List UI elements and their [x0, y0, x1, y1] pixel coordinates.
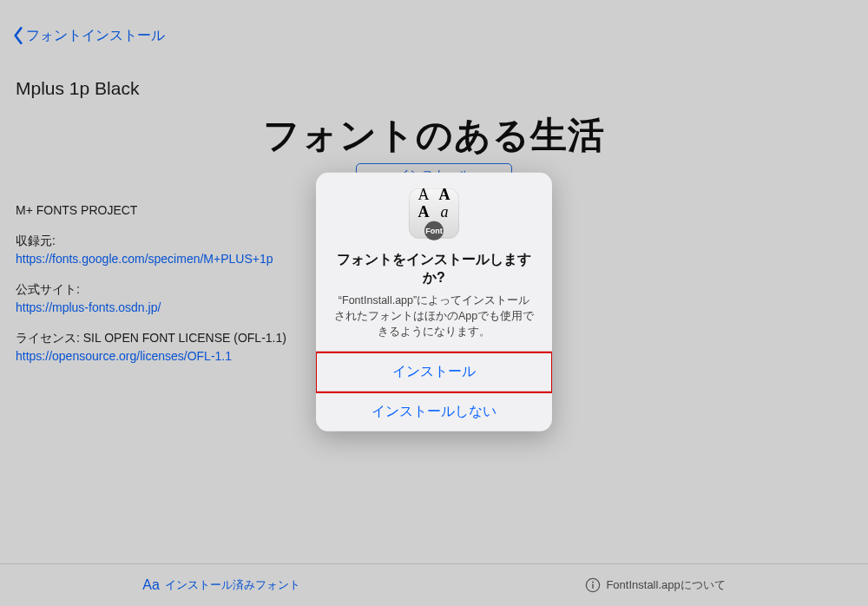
back-button[interactable]: フォントインストール [12, 26, 165, 45]
install-confirm-dialog: A A A a Font フォントをインストールしますか? “FontInsta… [316, 173, 552, 431]
official-link[interactable]: https://mplus-fonts.osdn.jp/ [16, 299, 286, 317]
font-badge-icon: Font [424, 221, 444, 240]
installed-fonts-label: インストール済みフォント [165, 577, 300, 593]
source-label: 収録元: [16, 232, 286, 250]
source-link[interactable]: https://fonts.google.com/specimen/M+PLUS… [16, 250, 286, 268]
about-label: FontInstall.appについて [606, 577, 725, 593]
svg-rect-2 [593, 584, 594, 589]
footer-bar: Aa インストール済みフォント FontInstall.appについて [0, 564, 868, 606]
about-tab[interactable]: FontInstall.appについて [585, 577, 725, 593]
app-icon: A A A a Font [409, 188, 459, 239]
official-label: 公式サイト: [16, 280, 286, 299]
license-label: ライセンス: SIL OPEN FONT LICENSE (OFL-1.1) [16, 329, 286, 347]
dialog-body: “FontInstall.app”によってインストールされたフォントはほかのAp… [316, 293, 552, 339]
project-name: M+ FONTS PROJECT [16, 201, 286, 220]
dialog-cancel-button[interactable]: インストールしない [316, 392, 552, 431]
font-sample-text: フォントのある生活 [0, 111, 868, 160]
back-label: フォントインストール [26, 27, 165, 45]
dialog-install-button[interactable]: インストール [316, 352, 552, 392]
info-icon [585, 577, 601, 593]
dialog-buttons: インストール インストールしない [316, 352, 552, 431]
svg-point-1 [592, 581, 594, 583]
font-name-title: Mplus 1p Black [16, 78, 139, 99]
chevron-left-icon [12, 26, 24, 45]
dialog-title: フォントをインストールしますか? [316, 251, 552, 287]
license-link[interactable]: https://opensource.org/licenses/OFL-1.1 [16, 347, 286, 366]
font-metadata: M+ FONTS PROJECT 収録元: https://fonts.goog… [16, 201, 286, 378]
installed-fonts-tab[interactable]: Aa インストール済みフォント [142, 577, 300, 593]
typography-icon: Aa [142, 577, 160, 593]
